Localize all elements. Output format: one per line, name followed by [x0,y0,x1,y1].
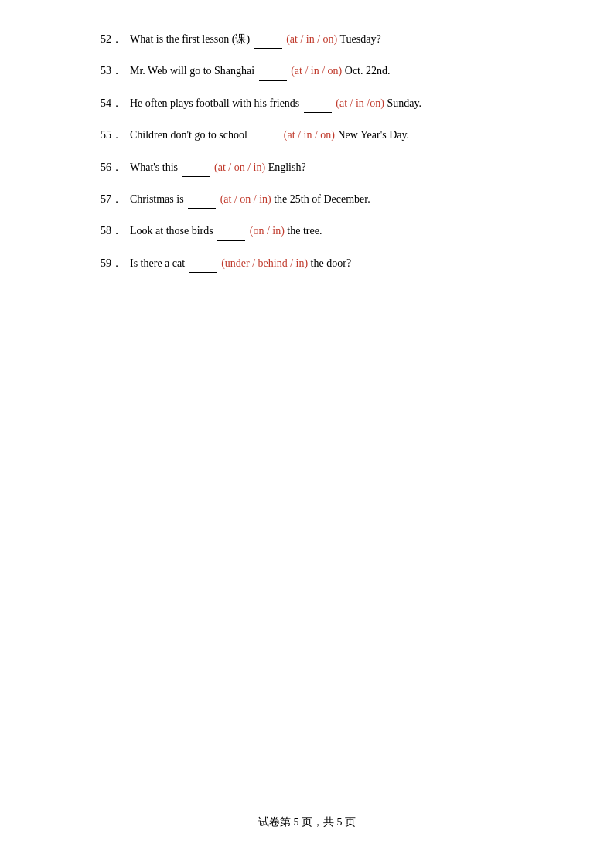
question-number: 57． [101,191,130,208]
question-text: Mr. Web will go to Shanghai (at / in / o… [130,63,391,80]
footer: 试卷第 5 页，共 5 页 [0,815,614,829]
question-text: Is there a cat (under / behind / in) the… [130,255,351,273]
question-options: (at / in / on) [288,65,343,77]
question-text: What's this (at / on / in) English? [130,159,306,177]
question-options: (at / in /on) [333,97,384,109]
question-number: 58． [101,223,130,240]
question-options: (at / on / in) [217,193,271,205]
question-item: 52．What is the first lesson (课) (at / in… [101,31,537,49]
question-item: 55．Children don't go to school (at / in … [101,127,537,145]
question-item: 59．Is there a cat (under / behind / in) … [101,255,537,273]
question-number: 53． [101,63,130,80]
question-options: (at / in / on) [281,129,335,141]
question-item: 54．He often plays football with his frie… [101,95,537,113]
question-text: He often plays football with his friends… [130,95,421,113]
answer-blank [189,255,217,273]
question-text: Children don't go to school (at / in / o… [130,127,409,145]
page-container: 52．What is the first lesson (课) (at / in… [0,0,614,868]
question-options: (at / in / on) [284,33,338,45]
footer-text: 试卷第 5 页，共 5 页 [258,816,356,828]
question-text: Christmas is (at / on / in) the 25th of … [130,191,370,209]
question-item: 53．Mr. Web will go to Shanghai (at / in … [101,63,537,80]
question-number: 59． [101,255,130,272]
question-number: 52． [101,31,130,48]
answer-blank [188,191,216,209]
questions-list: 52．What is the first lesson (课) (at / in… [101,31,537,273]
question-number: 54． [101,95,130,112]
question-text: What is the first lesson (课) (at / in / … [130,31,381,49]
answer-blank [304,95,332,113]
answer-blank [217,223,245,240]
question-number: 55． [101,127,130,144]
question-options: (under / behind / in) [219,257,308,269]
answer-blank [251,127,279,145]
question-item: 58．Look at those birds (on / in) the tre… [101,223,537,240]
answer-blank [182,159,210,177]
question-options: (at / on / in) [212,162,266,173]
question-text: Look at those birds (on / in) the tree. [130,223,322,240]
question-item: 56．What's this (at / on / in) English? [101,159,537,177]
answer-blank [259,63,287,80]
question-options: (on / in) [247,225,285,237]
answer-blank [254,31,282,49]
question-number: 56． [101,159,130,176]
question-item: 57．Christmas is (at / on / in) the 25th … [101,191,537,209]
